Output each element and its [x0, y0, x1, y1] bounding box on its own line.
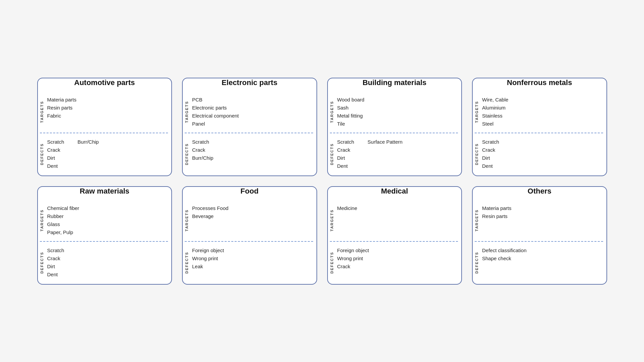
- target-item: Aluminium: [482, 104, 508, 112]
- target-item: Sash: [337, 104, 364, 112]
- target-item: Medicine: [337, 204, 357, 212]
- card-medical: MedicalTARGETSMedicineDEFECTSForeign obj…: [327, 186, 462, 285]
- defect-item: Wrong print: [337, 255, 369, 263]
- target-item: Steel: [482, 120, 508, 128]
- targets-col: Materia partsResin partsFabric: [47, 96, 77, 120]
- defect-item: Crack: [192, 146, 213, 154]
- divider-others: [475, 241, 603, 242]
- target-item: Materia parts: [482, 204, 512, 212]
- card-inner-others: OthersTARGETSMateria partsResin partsDEF…: [473, 187, 606, 284]
- defects-col: Surface Pattern: [367, 138, 402, 170]
- defect-item: Dirt: [337, 154, 354, 162]
- defect-item: Shape check: [482, 255, 527, 263]
- divider-food: [185, 241, 313, 242]
- target-item: Chemical fiber: [47, 204, 79, 212]
- card-automotive: Automotive partsTARGETSMateria partsResi…: [37, 78, 172, 176]
- divider-automotive: [40, 133, 168, 133]
- card-title-electronic: Electronic parts: [183, 78, 316, 87]
- card-title-nonferrous: Nonferrous metals: [473, 78, 606, 87]
- targets-label-electronic: TARGETS: [183, 93, 192, 131]
- targets-col: Chemical fiberRubberGlassPaper, Pulp: [47, 204, 79, 236]
- defect-item: Crack: [482, 146, 499, 154]
- defect-item: Dirt: [47, 263, 64, 271]
- target-item: Wood board: [337, 96, 364, 104]
- card-electronic: Electronic partsTARGETSPCBElectronic par…: [182, 78, 317, 176]
- card-title-building: Building materials: [328, 78, 462, 87]
- defects-col: ScratchCrackBurr/Chip: [192, 138, 213, 162]
- card-title-rawmaterials: Raw materials: [38, 187, 172, 196]
- target-item: Fabric: [47, 112, 77, 120]
- divider-rawmaterials: [40, 241, 168, 242]
- target-item: Electrical component: [192, 112, 239, 120]
- defect-item: Dent: [337, 162, 354, 170]
- target-item: Materia parts: [47, 96, 77, 104]
- card-title-medical: Medical: [328, 187, 462, 196]
- defects-label-electronic: DEFECTS: [183, 135, 192, 173]
- card-title-others: Others: [473, 187, 606, 196]
- defects-content-nonferrous: ScratchCrackDirtDent: [482, 135, 606, 173]
- target-item: Metal fitting: [337, 112, 364, 120]
- defects-label-food: DEFECTS: [183, 244, 192, 281]
- targets-col: Processes FoodBeverage: [192, 204, 228, 220]
- defects-content-food: Foreign objectWrong printLeak: [192, 244, 316, 281]
- targets-content-medical: Medicine: [337, 202, 462, 239]
- defect-item: Scratch: [47, 246, 64, 255]
- defect-item: Dirt: [482, 154, 499, 162]
- targets-content-automotive: Materia partsResin partsFabric: [47, 93, 172, 131]
- target-item: Tile: [337, 120, 364, 128]
- card-nonferrous: Nonferrous metalsTARGETSWire, CableAlumi…: [472, 78, 607, 176]
- defects-col: Defect classificationShape check: [482, 246, 527, 263]
- card-others: OthersTARGETSMateria partsResin partsDEF…: [472, 186, 607, 285]
- target-item: Paper, Pulp: [47, 228, 79, 236]
- defects-col: ScratchCrackDirtDent: [47, 138, 64, 170]
- defect-item: Crack: [337, 263, 369, 271]
- target-item: Resin parts: [47, 104, 77, 112]
- card-title-food: Food: [183, 187, 316, 196]
- defects-label-medical: DEFECTS: [328, 244, 337, 281]
- target-item: Rubber: [47, 212, 79, 220]
- divider-electronic: [185, 133, 313, 133]
- targets-col: Wood boardSashMetal fittingTile: [337, 96, 364, 128]
- defect-item: Crack: [47, 146, 64, 154]
- defect-item: Dent: [482, 162, 499, 170]
- targets-col: Wire, CableAluminiumStainlessSteel: [482, 96, 508, 128]
- defect-item: Dent: [47, 271, 64, 279]
- defect-item: Burr/Chip: [192, 154, 213, 162]
- targets-label-nonferrous: TARGETS: [473, 93, 482, 131]
- defects-content-electronic: ScratchCrackBurr/Chip: [192, 135, 316, 173]
- defect-item: Leak: [192, 263, 224, 271]
- targets-content-building: Wood boardSashMetal fittingTile: [337, 93, 462, 131]
- card-inner-food: FoodTARGETSProcesses FoodBeverageDEFECTS…: [183, 187, 316, 284]
- card-food: FoodTARGETSProcesses FoodBeverageDEFECTS…: [182, 186, 317, 285]
- target-item: Panel: [192, 120, 239, 128]
- divider-building: [330, 133, 458, 133]
- divider-medical: [330, 241, 458, 242]
- targets-content-others: Materia partsResin parts: [482, 202, 606, 239]
- targets-label-rawmaterials: TARGETS: [38, 202, 47, 239]
- targets-label-others: TARGETS: [473, 202, 482, 239]
- target-item: Electronic parts: [192, 104, 239, 112]
- targets-content-nonferrous: Wire, CableAluminiumStainlessSteel: [482, 93, 606, 131]
- defects-label-others: DEFECTS: [473, 244, 482, 281]
- defect-item: Dirt: [47, 154, 64, 162]
- defect-item: Crack: [47, 255, 64, 263]
- defects-content-building: ScratchCrackDirtDentSurface Pattern: [337, 135, 462, 173]
- targets-col: Medicine: [337, 204, 357, 212]
- targets-content-food: Processes FoodBeverage: [192, 202, 316, 239]
- defects-content-rawmaterials: ScratchCrackDirtDent: [47, 244, 172, 281]
- card-inner-electronic: Electronic partsTARGETSPCBElectronic par…: [183, 78, 316, 175]
- defect-item: Scratch: [482, 138, 499, 146]
- targets-content-electronic: PCBElectronic partsElectrical componentP…: [192, 93, 316, 131]
- card-title-automotive: Automotive parts: [38, 78, 172, 87]
- defect-item: Surface Pattern: [367, 138, 402, 146]
- targets-label-food: TARGETS: [183, 202, 192, 239]
- defects-label-rawmaterials: DEFECTS: [38, 244, 47, 281]
- targets-col: Materia partsResin parts: [482, 204, 512, 220]
- card-inner-nonferrous: Nonferrous metalsTARGETSWire, CableAlumi…: [473, 78, 606, 175]
- defects-col: Foreign objectWrong printCrack: [337, 246, 369, 271]
- target-item: Beverage: [192, 212, 228, 220]
- card-inner-automotive: Automotive partsTARGETSMateria partsResi…: [38, 78, 172, 175]
- defects-col: Burr/Chip: [77, 138, 99, 170]
- main-grid: Automotive partsTARGETSMateria partsResi…: [37, 78, 607, 285]
- defects-content-automotive: ScratchCrackDirtDentBurr/Chip: [47, 135, 172, 173]
